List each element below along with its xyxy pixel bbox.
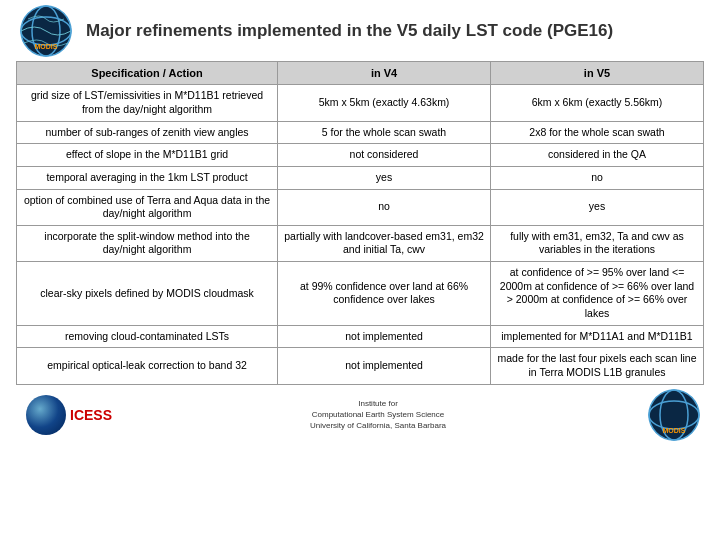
cell-1-v4: 5 for the whole scan swath <box>278 121 491 144</box>
cell-4-v4: no <box>278 189 491 225</box>
col-header-v4: in V4 <box>278 62 491 85</box>
table-row: temporal averaging in the 1km LST produc… <box>17 166 704 189</box>
cell-5-spec: incorporate the split-window method into… <box>17 225 278 261</box>
cell-4-v5: yes <box>491 189 704 225</box>
table-row: incorporate the split-window method into… <box>17 225 704 261</box>
cell-7-v4: not implemented <box>278 325 491 348</box>
cell-6-spec: clear-sky pixels defined by MODIS cloudm… <box>17 262 278 326</box>
cell-0-v4: 5km x 5km (exactly 4.63km) <box>278 85 491 121</box>
cell-3-v4: yes <box>278 166 491 189</box>
table-header-row: Specification / Action in V4 in V5 <box>17 62 704 85</box>
cell-1-v5: 2x8 for the whole scan swath <box>491 121 704 144</box>
cell-4-spec: option of combined use of Terra and Aqua… <box>17 189 278 225</box>
cell-0-v5: 6km x 6km (exactly 5.56km) <box>491 85 704 121</box>
cell-8-spec: empirical optical-leak correction to ban… <box>17 348 278 384</box>
cell-5-v4: partially with landcover-based em31, em3… <box>278 225 491 261</box>
cell-6-v5: at confidence of >= 95% over land <= 200… <box>491 262 704 326</box>
col-header-spec: Specification / Action <box>17 62 278 85</box>
modis-logo: MODIS <box>20 5 72 57</box>
col-header-v5: in V5 <box>491 62 704 85</box>
page-header: MODIS Major refinements implemented in t… <box>0 0 720 61</box>
icess-label: ICESS <box>70 407 112 423</box>
icess-logo-area: ICESS <box>26 395 112 435</box>
modis-footer-globe: MODIS <box>648 389 700 441</box>
cell-3-spec: temporal averaging in the 1km LST produc… <box>17 166 278 189</box>
cell-2-spec: effect of slope in the M*D11B1 grid <box>17 144 278 167</box>
modis-footer-logo: MODIS <box>644 397 704 432</box>
table-row: grid size of LST/emissivities in M*D11B1… <box>17 85 704 121</box>
refinements-table: Specification / Action in V4 in V5 grid … <box>16 61 704 385</box>
table-row: number of sub-ranges of zenith view angl… <box>17 121 704 144</box>
page-footer: ICESS Institute for Computational Earth … <box>0 391 720 439</box>
cell-6-v4: at 99% confidence over land at 66% confi… <box>278 262 491 326</box>
table-row: removing cloud-contaminated LSTsnot impl… <box>17 325 704 348</box>
cell-7-v5: implemented for M*D11A1 and M*D11B1 <box>491 325 704 348</box>
cell-2-v4: not considered <box>278 144 491 167</box>
table-row: option of combined use of Terra and Aqua… <box>17 189 704 225</box>
svg-text:MODIS: MODIS <box>35 43 58 50</box>
footer-institute-text: Institute for Computational Earth System… <box>112 398 644 432</box>
cell-7-spec: removing cloud-contaminated LSTs <box>17 325 278 348</box>
cell-1-spec: number of sub-ranges of zenith view angl… <box>17 121 278 144</box>
table-row: effect of slope in the M*D11B1 gridnot c… <box>17 144 704 167</box>
modis-logo-area: MODIS <box>16 8 76 53</box>
table-row: empirical optical-leak correction to ban… <box>17 348 704 384</box>
cell-8-v4: not implemented <box>278 348 491 384</box>
cell-2-v5: considered in the QA <box>491 144 704 167</box>
main-content: Specification / Action in V4 in V5 grid … <box>0 61 720 389</box>
cell-5-v5: fully with em31, em32, Ta and cwv as var… <box>491 225 704 261</box>
icess-globe-icon <box>26 395 66 435</box>
svg-text:MODIS: MODIS <box>663 427 686 434</box>
page-title: Major refinements implemented in the V5 … <box>86 21 704 41</box>
table-row: clear-sky pixels defined by MODIS cloudm… <box>17 262 704 326</box>
cell-0-spec: grid size of LST/emissivities in M*D11B1… <box>17 85 278 121</box>
cell-3-v5: no <box>491 166 704 189</box>
cell-8-v5: made for the last four pixels each scan … <box>491 348 704 384</box>
